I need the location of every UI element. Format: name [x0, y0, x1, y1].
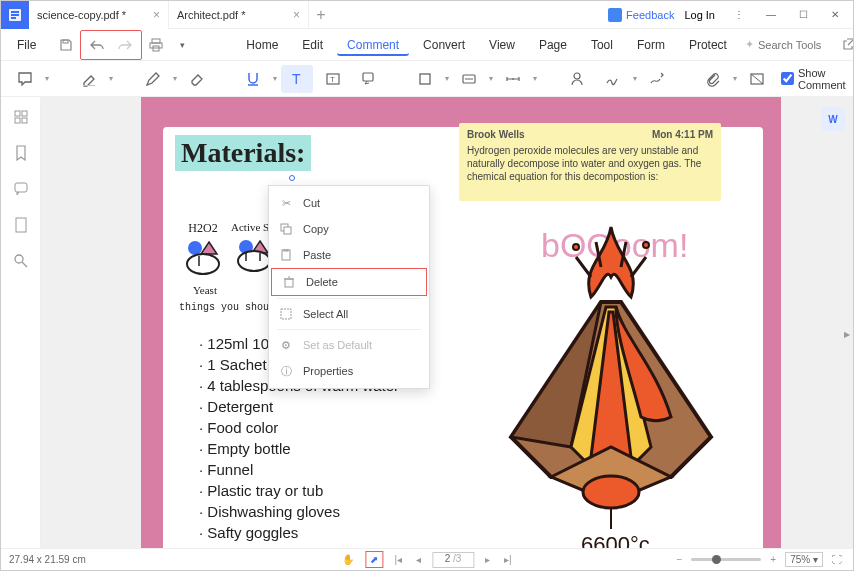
titlebar: science-copy.pdf * × Architect.pdf * × +… [1, 1, 853, 29]
ctx-cut[interactable]: ✂ Cut [269, 190, 429, 216]
comments-icon[interactable] [9, 177, 33, 201]
word-export-badge[interactable]: W [821, 107, 845, 131]
shape-tool[interactable] [409, 65, 441, 93]
share-icon[interactable] [842, 33, 854, 57]
measure-tool[interactable] [497, 65, 529, 93]
comment-toolbar: ▾ ▾ ▾ ▾ T T ▾ ▾ ▾ ▾ ▾ Show [1, 61, 853, 97]
svg-point-28 [573, 244, 579, 250]
callout-tool[interactable] [353, 65, 385, 93]
minimize-button[interactable]: — [757, 4, 785, 26]
show-comment-toggle[interactable]: Show Comment [781, 67, 846, 91]
new-tab-button[interactable]: + [309, 6, 333, 24]
menu-edit[interactable]: Edit [292, 34, 333, 56]
chevron-down-icon[interactable]: ▾ [170, 33, 194, 57]
copy-icon [279, 222, 293, 236]
menu-tool[interactable]: Tool [581, 34, 623, 56]
show-comment-checkbox[interactable] [781, 72, 794, 85]
tab-architect[interactable]: Architect.pdf * × [169, 1, 309, 29]
paste-icon [279, 248, 293, 262]
feedback-link[interactable]: Feedback [626, 9, 674, 21]
textbox-tool[interactable]: T [317, 65, 349, 93]
note-tool[interactable] [9, 65, 41, 93]
feedback-icon [608, 8, 622, 22]
note-body: Hydrogen peroxide molecules are very uns… [467, 144, 713, 183]
redo-icon[interactable] [113, 33, 137, 57]
menu-form[interactable]: Form [627, 34, 675, 56]
hand-tool-icon[interactable]: ✋ [339, 554, 357, 565]
draw-signature-tool[interactable] [641, 65, 673, 93]
search-icon[interactable] [9, 249, 33, 273]
menu-file[interactable]: File [7, 34, 46, 56]
ctx-select-all[interactable]: Select All [269, 301, 429, 327]
person-tool[interactable] [561, 65, 593, 93]
page-dimensions: 27.94 x 21.59 cm [9, 554, 86, 565]
svg-rect-1 [11, 11, 19, 13]
menu-comment[interactable]: Comment [337, 34, 409, 56]
login-link[interactable]: Log In [684, 9, 715, 21]
stamp-tool[interactable] [453, 65, 485, 93]
ctx-paste[interactable]: Paste [269, 242, 429, 268]
sparkle-icon[interactable]: ✦ [745, 33, 754, 57]
sticky-note[interactable]: Brook Wells Mon 4:11 PM Hydrogen peroxid… [459, 123, 721, 201]
svg-point-24 [188, 241, 202, 255]
undo-icon[interactable] [85, 33, 109, 57]
hide-tool[interactable] [741, 65, 773, 93]
tab-label: science-copy.pdf * [37, 9, 126, 21]
ctx-properties[interactable]: ⓘ Properties [269, 358, 429, 384]
svg-rect-4 [63, 40, 68, 43]
next-page-icon[interactable]: ▸ [482, 554, 493, 565]
attachments-icon[interactable] [9, 213, 33, 237]
zoom-in-icon[interactable]: + [767, 554, 779, 565]
note-author: Brook Wells [467, 129, 525, 140]
ctx-delete[interactable]: Delete [271, 268, 427, 296]
thumbnails-icon[interactable] [9, 105, 33, 129]
more-icon[interactable]: ⋮ [725, 4, 753, 26]
menubar: File ▾ Home Edit Comment Convert View Pa… [1, 29, 853, 61]
context-menu: ✂ Cut Copy Paste Delete Select All ⚙ Set… [268, 185, 430, 389]
first-page-icon[interactable]: |◂ [391, 554, 405, 565]
zoom-select[interactable]: 75% ▾ [785, 552, 823, 567]
bookmarks-icon[interactable] [9, 141, 33, 165]
close-button[interactable]: ✕ [821, 4, 849, 26]
svg-rect-12 [363, 73, 373, 81]
document-canvas[interactable]: Materials: good H2O2 [41, 97, 853, 548]
tab-science-copy[interactable]: science-copy.pdf * × [29, 1, 169, 29]
zoom-out-icon[interactable]: − [674, 554, 686, 565]
statusbar: 27.94 x 21.59 cm ✋ ⬈ |◂ ◂ 2 /3 ▸ ▸| − + … [1, 548, 853, 570]
fit-page-icon[interactable]: ⛶ [829, 554, 845, 565]
svg-rect-22 [16, 218, 26, 232]
highlight-tool[interactable] [73, 65, 105, 93]
maximize-button[interactable]: ☐ [789, 4, 817, 26]
close-icon[interactable]: × [293, 8, 300, 22]
zoom-slider[interactable] [691, 558, 761, 561]
svg-point-23 [15, 255, 23, 263]
formula-label: H2O2 [179, 221, 227, 236]
signature-tool[interactable] [597, 65, 629, 93]
cut-icon: ✂ [279, 196, 293, 210]
scroll-right-handle[interactable]: ▶ [841, 323, 853, 347]
menu-home[interactable]: Home [236, 34, 288, 56]
last-page-icon[interactable]: ▸| [501, 554, 515, 565]
underline-tool[interactable] [237, 65, 269, 93]
left-sidebar [1, 97, 41, 548]
search-tools-input[interactable] [758, 39, 838, 51]
menu-view[interactable]: View [479, 34, 525, 56]
prev-page-icon[interactable]: ◂ [413, 554, 424, 565]
close-icon[interactable]: × [153, 8, 160, 22]
save-icon[interactable] [54, 33, 78, 57]
svg-rect-36 [285, 279, 293, 287]
eraser-tool[interactable] [181, 65, 213, 93]
page-number-input[interactable]: 2 /3 [432, 552, 474, 568]
pencil-tool[interactable] [137, 65, 169, 93]
menu-page[interactable]: Page [529, 34, 577, 56]
menu-protect[interactable]: Protect [679, 34, 737, 56]
menu-convert[interactable]: Convert [413, 34, 475, 56]
print-icon[interactable] [144, 33, 168, 57]
select-tool-icon[interactable]: ⬈ [365, 551, 383, 568]
delete-icon [282, 275, 296, 289]
svg-rect-33 [284, 227, 291, 234]
text-tool[interactable]: T [281, 65, 313, 93]
ctx-copy[interactable]: Copy [269, 216, 429, 242]
gear-icon: ⚙ [279, 338, 293, 352]
attachment-tool[interactable] [697, 65, 729, 93]
